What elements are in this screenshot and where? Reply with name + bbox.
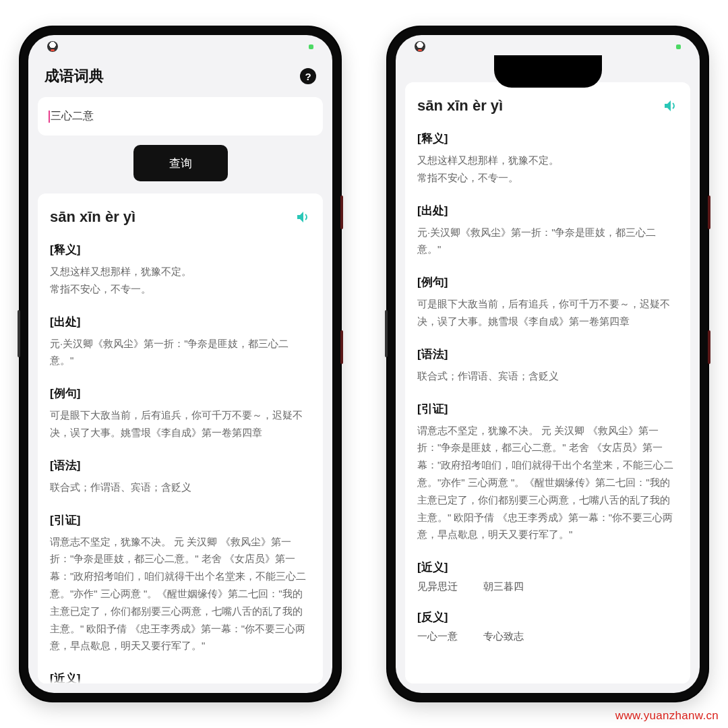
antonym-list: 一心一意 专心致志 [417,630,678,643]
section-title: [出处] [417,203,678,218]
section-source: [出处] 元·关汉卿《救风尘》第一折："争奈是匪妓，都三心二意。" [50,314,311,370]
search-input-wrap[interactable]: 三心二意 [49,109,312,123]
section-body: 可是眼下大敌当前，后有追兵，你可千万不要～，迟疑不决，误了大事。姚雪垠《李自成》… [50,406,311,442]
section-title: [语法] [417,346,678,362]
pinyin-text: sān xīn èr yì [50,208,135,226]
result-card: sān xīn èr yì [释义] 又想这样又想那样，犹豫不定。 常指不安心，… [38,193,323,684]
synonym-item[interactable]: 朝三暮四 [483,580,524,592]
side-button [18,310,20,357]
section-title: [近义] [417,559,678,575]
section-body: 又想这样又想那样，犹豫不定。 常指不安心，不专一。 [50,263,311,298]
section-body: 联合式；作谓语、宾语；含贬义 [417,367,678,385]
section-title: [语法] [50,458,311,473]
qq-icon [415,41,425,52]
section-title: [出处] [50,314,311,330]
section-title: [近义] [50,671,311,684]
qq-icon [47,41,58,52]
section-title: [引证] [50,512,311,528]
help-icon[interactable]: ? [300,68,316,84]
section-source: [出处] 元·关汉卿《救风尘》第一折："争奈是匪妓，都三心二意。" [417,203,678,259]
screen-left: 成语词典 ? 三心二意 查询 sān xīn èr yì [28,35,332,693]
phone-frame-right: sān xīn èr yì [释义] 又想这样又想那样，犹豫不定。 常指不安心，… [388,27,708,701]
text-caret-icon [49,111,50,123]
section-title: [例句] [50,386,311,401]
section-body: 谓意志不坚定，犹豫不决。 元 关汉卿 《救风尘》第一折："争奈是匪妓，都三心二意… [417,422,678,544]
status-bar [396,35,700,58]
status-indicator-icon [309,44,313,49]
speaker-icon[interactable] [295,209,311,225]
watermark-text: www.yuanzhanw.cn [615,709,719,723]
side-button [385,310,388,357]
section-body: 元·关汉卿《救风尘》第一折："争奈是匪妓，都三心二意。" [50,335,311,370]
pinyin-text: sān xīn èr yì [417,97,503,115]
title-bar: 成语词典 ? [38,58,323,97]
section-citation: [引证] 谓意志不坚定，犹豫不决。 元 关汉卿 《救风尘》第一折："争奈是匪妓，… [417,401,678,544]
section-synonyms: [近义] 见异思迁 朝三暮四 [417,559,678,593]
synonym-item[interactable]: 见异思迁 [417,580,458,592]
search-card: 三心二意 [38,97,323,135]
search-input[interactable]: 三心二意 [51,109,312,123]
section-body: 联合式；作谓语、宾语；含贬义 [50,479,311,496]
status-bar [28,35,332,58]
section-grammar: [语法] 联合式；作谓语、宾语；含贬义 [50,458,311,496]
result-card: sān xīn èr yì [释义] 又想这样又想那样，犹豫不定。 常指不安心，… [405,82,690,684]
section-definition: [释义] 又想这样又想那样，犹豫不定。 常指不安心，不专一。 [417,131,678,187]
query-button[interactable]: 查询 [133,145,228,181]
section-synonyms: [近义] 见异思迁 朝三暮四 [50,671,311,684]
speaker-icon[interactable] [662,98,678,114]
status-indicator-icon [676,44,681,49]
section-title: [释义] [417,131,678,146]
antonym-item[interactable]: 专心致志 [483,630,524,642]
section-body: 可是眼下大敌当前，后有追兵，你可千万不要～，迟疑不决，误了大事。姚雪垠《李自成》… [417,295,678,330]
section-title: [反义] [417,609,678,625]
app-title: 成语词典 [44,66,104,86]
section-definition: [释义] 又想这样又想那样，犹豫不定。 常指不安心，不专一。 [50,242,311,298]
section-example: [例句] 可是眼下大敌当前，后有追兵，你可千万不要～，迟疑不决，误了大事。姚雪垠… [50,386,311,442]
section-title: [例句] [417,274,678,290]
phone-frame-left: 成语词典 ? 三心二意 查询 sān xīn èr yì [20,27,340,701]
synonym-list: 见异思迁 朝三暮四 [417,580,678,593]
section-antonyms: [反义] 一心一意 专心致志 [417,609,678,643]
screen-right: sān xīn èr yì [释义] 又想这样又想那样，犹豫不定。 常指不安心，… [396,35,700,693]
antonym-item[interactable]: 一心一意 [417,630,458,642]
section-example: [例句] 可是眼下大敌当前，后有追兵，你可千万不要～，迟疑不决，误了大事。姚雪垠… [417,274,678,330]
section-grammar: [语法] 联合式；作谓语、宾语；含贬义 [417,346,678,385]
notch [494,55,602,88]
section-title: [释义] [50,242,311,257]
section-body: 谓意志不坚定，犹豫不决。 元 关汉卿 《救风尘》第一折："争奈是匪妓，都三心二意… [50,533,311,655]
section-body: 又想这样又想那样，犹豫不定。 常指不安心，不专一。 [417,152,678,187]
section-title: [引证] [417,401,678,417]
section-body: 元·关汉卿《救风尘》第一折："争奈是匪妓，都三心二意。" [417,224,678,259]
section-citation: [引证] 谓意志不坚定，犹豫不决。 元 关汉卿 《救风尘》第一折："争奈是匪妓，… [50,512,311,655]
